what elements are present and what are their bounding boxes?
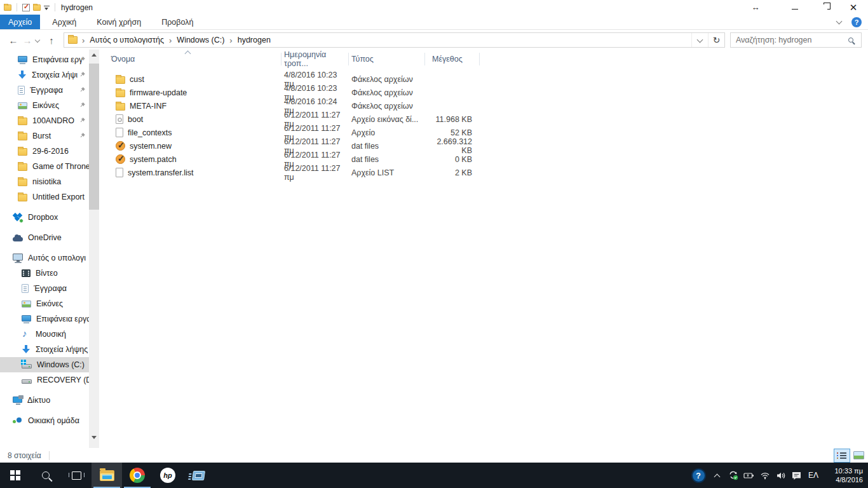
sidebar-item-dropbox[interactable]: Dropbox [0, 210, 89, 225]
restore-button[interactable] [810, 0, 839, 15]
thumbnails-view-button[interactable] [850, 449, 867, 463]
sidebar-item-videos[interactable]: Βίντεο [0, 266, 89, 281]
file-type: Φάκελος αρχείων [349, 75, 425, 84]
sidebar-item-100andro[interactable]: 100ANDRO [0, 113, 89, 128]
tab-view[interactable]: Προβολή [153, 15, 201, 29]
details-view-button[interactable] [834, 449, 850, 463]
address-bar[interactable]: › Αυτός ο υπολογιστής › Windows (C:) › h… [64, 32, 725, 48]
collapse-ribbon-icon[interactable] [836, 18, 843, 24]
sidebar-item-windows-c[interactable]: Windows (C:) [0, 357, 89, 372]
file-row-file-contexts[interactable]: file_contexts 6/12/2011 11:27 πμ Αρχείο … [99, 126, 868, 139]
taskbar-app[interactable] [183, 463, 214, 488]
tab-file[interactable]: Αρχείο [0, 15, 40, 29]
taskbar-hp[interactable]: hp [153, 463, 183, 488]
tab-share[interactable]: Κοινή χρήση [88, 15, 149, 29]
sidebar-item-downloads[interactable]: Στοιχεία λήψι [0, 67, 89, 83]
breadcrumb-drive-c[interactable]: Windows (C:) [173, 36, 227, 44]
sidebar-item-downloads-pc[interactable]: Στοιχεία λήψης [0, 342, 89, 357]
up-button[interactable]: ↑ [44, 35, 58, 46]
search-icon[interactable] [848, 37, 853, 43]
language-indicator[interactable]: ΕΛ [804, 471, 822, 480]
file-row-system-transfer-list[interactable]: system.transfer.list 6/12/2011 11:27 πμ … [99, 166, 868, 179]
forward-button[interactable]: → [20, 35, 34, 46]
main-area: Επιφάνεια εργ Στοιχεία λήψι Έγγραφα Εικό… [0, 50, 868, 448]
scrollbar-thumb[interactable] [89, 64, 99, 210]
start-button[interactable] [0, 463, 31, 488]
separator [55, 3, 55, 11]
items-count: 8 στοιχεία [8, 451, 41, 460]
column-header-name[interactable]: Όνομα [99, 53, 281, 65]
volume-tray-icon[interactable] [773, 463, 789, 488]
breadcrumb-hydrogen[interactable]: hydrogen [234, 36, 274, 44]
sidebar-item-documents-pc[interactable]: Έγγραφα [0, 281, 89, 296]
sidebar-item-29-6-2016[interactable]: 29-6-2016 [0, 144, 89, 159]
power-tray-icon[interactable] [741, 463, 757, 488]
sync-tray-icon[interactable] [725, 463, 741, 488]
search-input[interactable] [731, 36, 848, 44]
taskbar-search-button[interactable] [31, 463, 61, 488]
back-button[interactable]: ← [6, 35, 20, 46]
show-hidden-icons-button[interactable] [709, 463, 725, 488]
downloads-icon [22, 345, 31, 354]
sidebar-item-nisiotika[interactable]: nisiotika [0, 174, 89, 189]
file-name: file_contexts [128, 128, 172, 137]
search-box[interactable] [730, 32, 862, 48]
wifi-icon [760, 471, 770, 480]
breadcrumb-this-pc[interactable]: Αυτός ο υπολογιστής [86, 36, 167, 44]
sidebar-item-homegroup[interactable]: Οικιακή ομάδα [0, 413, 89, 428]
folder-icon [18, 179, 27, 186]
taskbar-file-explorer[interactable] [92, 463, 122, 488]
pin-icon [79, 56, 86, 63]
help-icon[interactable] [851, 17, 862, 27]
taskbar-clock[interactable]: 10:33 πμ 4/8/2016 [824, 466, 863, 484]
file-date: 6/12/2011 11:27 πμ [281, 164, 349, 182]
file-row-system-new[interactable]: system.new 6/12/2011 11:27 πμ dat files … [99, 139, 868, 152]
windows-drive-icon [22, 364, 32, 369]
sidebar-item-desktop[interactable]: Επιφάνεια εργ [0, 52, 89, 67]
column-header-size[interactable]: Μέγεθος [425, 53, 480, 65]
file-row-meta-inf[interactable]: META-INF 4/8/2016 10:24 πμ Φάκελος αρχεί… [99, 99, 868, 112]
sidebar-item-recovery-d[interactable]: RECOVERY (D:) [0, 372, 89, 388]
network-tray-icon[interactable] [757, 463, 773, 488]
scroll-up-icon[interactable] [89, 50, 99, 60]
sidebar-item-untitled-export[interactable]: Untitled Export [0, 189, 89, 205]
customize-toolbar-dropdown-icon[interactable] [44, 6, 50, 11]
sidebar-item-game-of-thrones[interactable]: Game of Throne [0, 159, 89, 174]
taskbar-chrome[interactable] [122, 463, 153, 488]
drive-icon [22, 379, 32, 384]
folder-icon [116, 76, 125, 84]
properties-icon[interactable] [22, 4, 30, 11]
sidebar-item-documents[interactable]: Έγγραφα [0, 83, 89, 98]
action-center-button[interactable] [789, 463, 804, 488]
network-icon [13, 396, 22, 403]
quick-access-toolbar [4, 3, 57, 11]
resize-icon[interactable]: ↔ [741, 0, 770, 15]
refresh-icon[interactable]: ↻ [708, 33, 724, 47]
sidebar-item-network[interactable]: Δίκτυο [0, 393, 89, 408]
sidebar-item-this-pc[interactable]: Αυτός ο υπολογι [0, 250, 89, 266]
scroll-down-icon[interactable] [89, 432, 99, 443]
recent-locations-icon[interactable] [35, 37, 40, 43]
file-row-cust[interactable]: cust 4/8/2016 10:23 πμ Φάκελος αρχείων [99, 72, 868, 86]
sidebar-item-desktop-pc[interactable]: Επιφάνεια εργασ [0, 311, 89, 327]
sidebar-item-pictures[interactable]: Εικόνες [0, 98, 89, 113]
file-row-system-patch[interactable]: system.patch 6/12/2011 11:27 πμ dat file… [99, 152, 868, 166]
column-header-type[interactable]: Τύπος [349, 53, 425, 65]
column-header-date-modified[interactable]: Ημερομηνία τροπ... [281, 53, 349, 65]
new-folder-icon[interactable] [33, 4, 41, 11]
sidebar-item-music[interactable]: Μουσική [0, 327, 89, 342]
close-button[interactable]: ✕ [839, 0, 868, 15]
file-type: dat files [349, 155, 425, 164]
file-row-firmware-update[interactable]: firmware-update 4/8/2016 10:23 πμ Φάκελο… [99, 86, 868, 99]
minimize-button[interactable] [780, 0, 810, 15]
sidebar-item-burst[interactable]: Burst [0, 128, 89, 144]
address-dropdown-icon[interactable] [691, 33, 708, 47]
file-row-boot[interactable]: boot 6/12/2011 11:27 πμ Αρχείο εικόνας δ… [99, 112, 868, 126]
speaker-icon [776, 471, 786, 480]
sidebar-item-pictures-pc[interactable]: Εικόνες [0, 296, 89, 311]
hp-support-tray-button[interactable] [688, 463, 709, 488]
sidebar-scrollbar[interactable] [89, 50, 99, 448]
tab-home[interactable]: Αρχική [44, 15, 85, 29]
task-view-button[interactable] [61, 463, 92, 488]
sidebar-item-onedrive[interactable]: OneDrive [0, 230, 89, 245]
